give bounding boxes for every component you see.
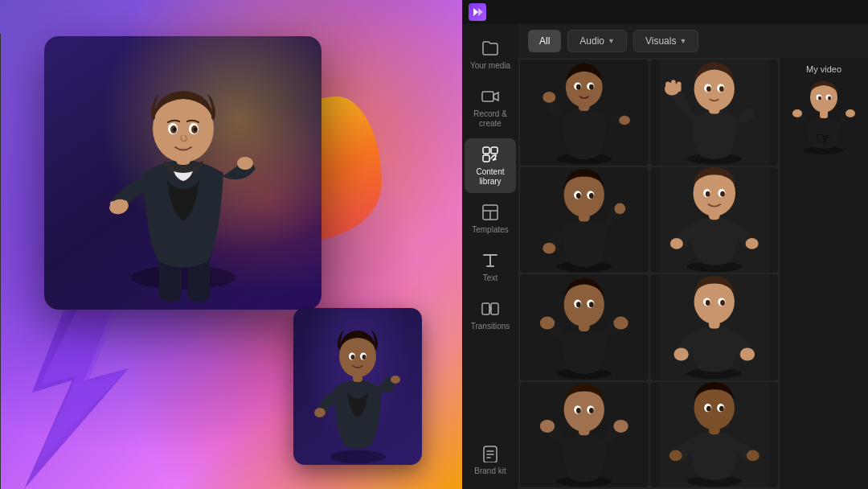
svg-point-76 <box>669 238 682 249</box>
main-avatar-card <box>44 36 321 310</box>
sidebar-item-your-media[interactable]: Your media <box>465 32 516 77</box>
brand-kit-icon <box>481 444 500 463</box>
svg-point-127 <box>845 109 855 117</box>
folder-icon <box>481 39 500 58</box>
svg-point-116 <box>669 450 682 461</box>
visuals-chevron-icon: ▼ <box>679 37 686 45</box>
preview-panel: My video <box>780 58 868 489</box>
content-library-icon <box>481 145 500 164</box>
filter-all-button[interactable]: All <box>528 30 561 52</box>
sidebar-item-text[interactable]: Text <box>465 244 516 290</box>
svg-point-122 <box>706 405 711 411</box>
svg-point-133 <box>828 97 831 101</box>
svg-point-113 <box>589 408 594 413</box>
svg-point-126 <box>792 109 802 117</box>
svg-rect-8 <box>117 199 121 210</box>
grid-and-preview: My video <box>518 58 868 489</box>
video-camera-icon <box>481 87 500 106</box>
sidebar-label-templates: Templates <box>472 225 509 235</box>
svg-point-112 <box>576 408 581 413</box>
svg-point-51 <box>589 84 594 90</box>
svg-point-132 <box>818 97 821 101</box>
sidebar-item-content-library[interactable]: Contentlibrary <box>465 138 516 193</box>
sidebar: Your media Record &create <box>462 24 518 489</box>
svg-point-72 <box>576 193 581 199</box>
grid-cell-3[interactable] <box>520 167 649 273</box>
preview-title: My video <box>786 64 862 74</box>
top-bar <box>462 0 868 24</box>
svg-point-117 <box>746 450 759 461</box>
sidebar-label-your-media: Your media <box>470 61 510 71</box>
svg-point-82 <box>705 191 710 196</box>
svg-point-17 <box>173 128 176 132</box>
svg-point-106 <box>540 419 555 432</box>
svg-point-83 <box>720 191 725 196</box>
svg-point-19 <box>330 450 386 463</box>
grid-cell-2[interactable] <box>650 60 779 166</box>
content-panel: All Audio ▼ Visuals ▼ <box>518 24 868 489</box>
creative-background <box>0 0 462 489</box>
lightning-accent <box>24 296 169 473</box>
filter-bar: All Audio ▼ Visuals ▼ <box>518 24 868 58</box>
svg-point-97 <box>739 347 754 360</box>
svg-point-62 <box>706 86 711 92</box>
svg-rect-56 <box>671 80 676 92</box>
svg-point-45 <box>619 116 630 125</box>
svg-point-10 <box>237 157 253 170</box>
svg-point-63 <box>719 86 724 92</box>
svg-rect-55 <box>665 81 670 92</box>
sidebar-item-brand-kit[interactable]: Brand kit <box>465 438 516 483</box>
sidebar-label-brand-kit: Brand kit <box>474 466 506 476</box>
grid-cell-8[interactable] <box>650 382 779 488</box>
svg-point-93 <box>589 302 594 307</box>
small-avatar-card <box>293 308 422 465</box>
transitions-icon <box>481 299 500 318</box>
small-avatar-figure <box>305 316 410 465</box>
svg-point-96 <box>674 347 688 360</box>
editor-area: Your media Record &create <box>462 24 868 489</box>
grid-cell-6[interactable] <box>650 274 779 380</box>
svg-point-67 <box>614 203 625 214</box>
svg-point-21 <box>391 376 400 384</box>
sidebar-item-transitions[interactable]: Transitions <box>465 293 516 338</box>
text-icon <box>481 251 500 270</box>
grid-cell-1[interactable] <box>520 60 649 166</box>
visuals-label: Visuals <box>645 35 676 47</box>
svg-rect-28 <box>482 92 493 101</box>
svg-point-26 <box>351 355 355 360</box>
svg-point-27 <box>362 355 366 360</box>
filter-audio-button[interactable]: Audio ▼ <box>567 30 627 52</box>
main-avatar-figure <box>87 52 280 310</box>
audio-chevron-icon: ▼ <box>608 37 615 45</box>
sidebar-label-record-create: Record &create <box>473 109 507 129</box>
audio-label: Audio <box>579 35 604 47</box>
sidebar-item-templates[interactable]: Templates <box>465 196 516 241</box>
svg-rect-31 <box>483 155 489 162</box>
svg-point-66 <box>542 242 555 253</box>
svg-point-77 <box>745 238 758 249</box>
sidebar-item-record-create[interactable]: Record &create <box>465 80 516 135</box>
grid-cell-5[interactable] <box>520 274 649 380</box>
filter-visuals-button[interactable]: Visuals ▼ <box>633 30 698 52</box>
grid-cell-7[interactable] <box>520 382 649 488</box>
svg-point-20 <box>314 408 326 417</box>
svg-point-44 <box>542 92 555 103</box>
svg-rect-36 <box>482 303 489 314</box>
svg-rect-57 <box>676 81 681 92</box>
grid-cell-4[interactable] <box>650 167 779 273</box>
svg-point-73 <box>589 193 594 199</box>
svg-point-103 <box>720 300 725 306</box>
svg-point-102 <box>705 300 710 306</box>
svg-point-123 <box>719 405 724 411</box>
svg-point-18 <box>194 128 197 132</box>
preview-thumbnail[interactable]: ☞ <box>786 80 862 156</box>
svg-point-3 <box>131 265 235 290</box>
sidebar-label-content-library: Contentlibrary <box>476 167 504 187</box>
svg-rect-30 <box>491 147 497 154</box>
svg-point-92 <box>576 302 581 307</box>
svg-marker-2 <box>36 304 129 465</box>
svg-point-86 <box>540 317 555 330</box>
media-grid <box>518 58 780 489</box>
svg-point-107 <box>613 419 628 432</box>
svg-rect-37 <box>491 303 498 314</box>
